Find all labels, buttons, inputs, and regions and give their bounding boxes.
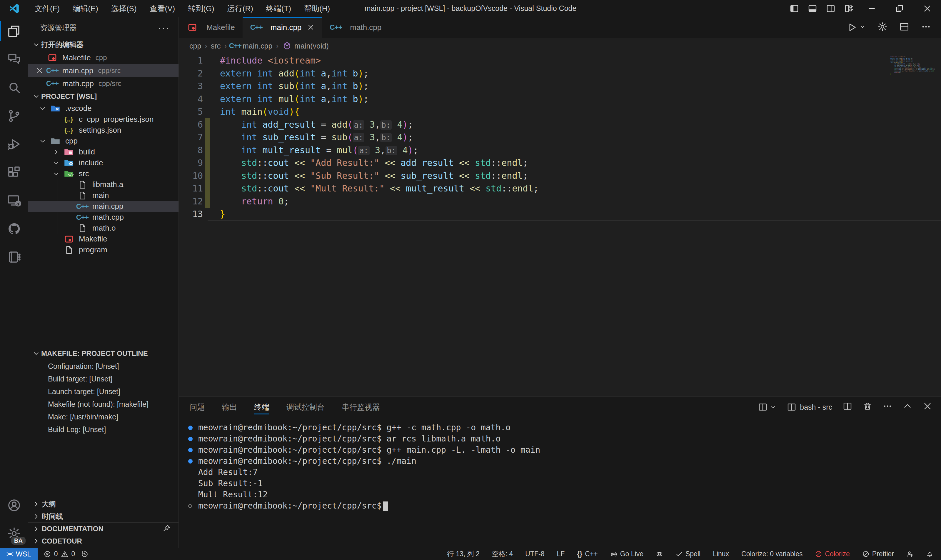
panel-tab[interactable]: 输出 — [222, 397, 237, 417]
problems-status[interactable]: 0 0 — [38, 550, 75, 558]
breadcrumb-item[interactable]: cpp — [189, 42, 201, 50]
status-item-copilot[interactable] — [656, 550, 663, 558]
makefile-tools-icon[interactable] — [0, 243, 28, 271]
open-editor-item[interactable]: C++math.cppcpp/src — [28, 77, 178, 90]
panel-more-actions-icon[interactable] — [883, 402, 892, 413]
sidebar-section-2[interactable]: DOCUMENTATION — [28, 522, 178, 535]
status-item-colorize[interactable]: Colorize — [815, 550, 850, 558]
status-item-colorize-count[interactable]: Colorize: 0 variables — [741, 550, 803, 558]
sidebar-more-actions-icon[interactable]: ··· — [158, 22, 170, 34]
run-button[interactable] — [847, 22, 866, 32]
tree-item-src[interactable]: </>src — [28, 168, 178, 179]
pin-icon[interactable] — [163, 524, 171, 534]
status-item-cursor-position[interactable]: 行 13, 列 2 — [447, 549, 480, 558]
tab-Makefile[interactable]: Makefile — [179, 17, 243, 38]
status-item-encoding[interactable]: UTF-8 — [525, 550, 544, 558]
terminal-tab-item[interactable]: bash - src — [787, 402, 832, 412]
close-panel-icon[interactable] — [923, 402, 932, 413]
makefile-outline-item[interactable]: Build Log: [Unset] — [28, 423, 178, 436]
toggle-primary-sidebar-icon[interactable] — [785, 0, 803, 17]
makefile-outline-item[interactable]: Make: [/usr/bin/make] — [28, 411, 178, 423]
kill-terminal-icon[interactable] — [863, 402, 872, 413]
status-item-spell[interactable]: Spell — [675, 550, 700, 558]
menu-item[interactable]: 选择(S) — [105, 0, 143, 17]
tree-item-math-o[interactable]: math.o — [28, 223, 178, 234]
github-icon[interactable] — [0, 215, 28, 243]
tree-item-math-cpp[interactable]: C++math.cpp — [28, 212, 178, 223]
minimap[interactable]: #include <iostream>extern int add(int a,… — [890, 57, 935, 75]
makefile-outline-item[interactable]: Build target: [Unset] — [28, 373, 178, 385]
tree-item-main[interactable]: main — [28, 190, 178, 201]
settings-icon[interactable]: BA — [0, 519, 28, 548]
sidebar-section-1[interactable]: 时间线 — [28, 510, 178, 522]
menu-item[interactable]: 帮助(H) — [298, 0, 337, 17]
tree-item-include[interactable]: include — [28, 157, 178, 168]
status-item-os[interactable]: Linux — [713, 550, 729, 558]
panel-tab[interactable]: 问题 — [189, 397, 204, 417]
remote-explorer-icon[interactable] — [0, 186, 28, 215]
sidebar-section-3[interactable]: CODETOUR — [28, 535, 178, 547]
makefile-outline-item[interactable]: Configuration: [Unset] — [28, 360, 178, 373]
account-icon[interactable] — [0, 491, 28, 519]
status-item-go-live[interactable]: Go Live — [610, 550, 643, 558]
tree-item--vscode[interactable]: .vscode — [28, 103, 178, 114]
source-control-icon[interactable] — [0, 102, 28, 130]
panel-tab[interactable]: 终端 — [254, 397, 269, 417]
tree-item-libmath-a[interactable]: libmath.a — [28, 179, 178, 190]
status-item-eol[interactable]: LF — [557, 550, 564, 558]
tree-item-program[interactable]: program — [28, 245, 178, 255]
close-icon[interactable] — [36, 67, 46, 74]
chevron-down-icon[interactable] — [52, 170, 63, 178]
tree-item-build[interactable]: build — [28, 146, 178, 157]
panel-tab[interactable]: 调试控制台 — [286, 397, 324, 417]
status-item-language-mode[interactable]: {}C++ — [577, 550, 598, 558]
toggle-secondary-sidebar-icon[interactable] — [822, 0, 840, 17]
search-icon[interactable] — [0, 74, 28, 102]
status-item-prettier[interactable]: Prettier — [862, 550, 894, 558]
tree-item-c-cpp-properties-json[interactable]: {..}c_cpp_properties.json — [28, 114, 178, 125]
open-editor-item[interactable]: C++main.cppcpp/src — [28, 64, 178, 77]
menu-item[interactable]: 文件(F) — [28, 0, 66, 17]
menu-item[interactable]: 转到(G) — [181, 0, 221, 17]
tree-item-settings-json[interactable]: {..}settings.json — [28, 125, 178, 135]
comments-icon[interactable] — [0, 45, 28, 74]
breadcrumb-item[interactable]: main(void) — [282, 41, 329, 51]
explorer-icon[interactable] — [0, 17, 28, 45]
makefile-outline-item[interactable]: Launch target: [Unset] — [28, 385, 178, 398]
extensions-icon[interactable] — [0, 158, 28, 186]
command-decoration-icon[interactable] — [188, 448, 198, 452]
more-actions-icon[interactable] — [921, 22, 931, 33]
close-button[interactable] — [913, 0, 941, 17]
command-decoration-icon[interactable] — [188, 504, 198, 508]
makefile-outline-item[interactable]: Makefile (not found): [makefile] — [28, 398, 178, 411]
status-item-live-share[interactable] — [906, 550, 914, 558]
status-item-indentation[interactable]: 空格: 4 — [492, 549, 513, 558]
tab-math-cpp[interactable]: C++math.cpp — [322, 17, 389, 38]
menu-item[interactable]: 终端(T) — [260, 0, 298, 17]
run-debug-icon[interactable] — [0, 130, 28, 158]
maximize-panel-icon[interactable] — [903, 402, 912, 413]
chevron-down-icon[interactable] — [52, 159, 63, 167]
open-editors-header[interactable]: 打开的编辑器 — [28, 38, 178, 51]
open-editor-item[interactable]: Makefilecpp — [28, 51, 178, 64]
history-status[interactable] — [75, 550, 89, 558]
panel-tab[interactable]: 串行监视器 — [342, 397, 380, 417]
customize-layout-icon[interactable] — [840, 0, 858, 17]
menu-item[interactable]: 查看(V) — [143, 0, 182, 17]
tree-item-main-cpp[interactable]: C++main.cpp — [28, 201, 178, 212]
remote-indicator[interactable]: >< WSL — [0, 548, 38, 560]
project-section-header[interactable]: PROJECT [WSL] — [28, 90, 178, 103]
status-item-notifications[interactable] — [926, 550, 933, 558]
tree-item-makefile[interactable]: Makefile — [28, 234, 178, 245]
sidebar-section-0[interactable]: 大纲 — [28, 498, 178, 510]
minimize-button[interactable] — [858, 0, 886, 17]
menu-item[interactable]: 运行(R) — [221, 0, 260, 17]
command-decoration-icon[interactable] — [188, 437, 198, 441]
terminal[interactable]: meowrain@redmibook:~/project/cpp/src$ g+… — [179, 417, 941, 548]
launch-profile-button[interactable] — [758, 402, 776, 412]
command-decoration-icon[interactable] — [188, 426, 198, 430]
breadcrumb-item[interactable]: C++main.cpp — [230, 41, 272, 51]
menu-item[interactable]: 编辑(E) — [66, 0, 105, 17]
breadcrumb-item[interactable]: src — [211, 42, 221, 50]
close-icon[interactable] — [307, 24, 314, 31]
